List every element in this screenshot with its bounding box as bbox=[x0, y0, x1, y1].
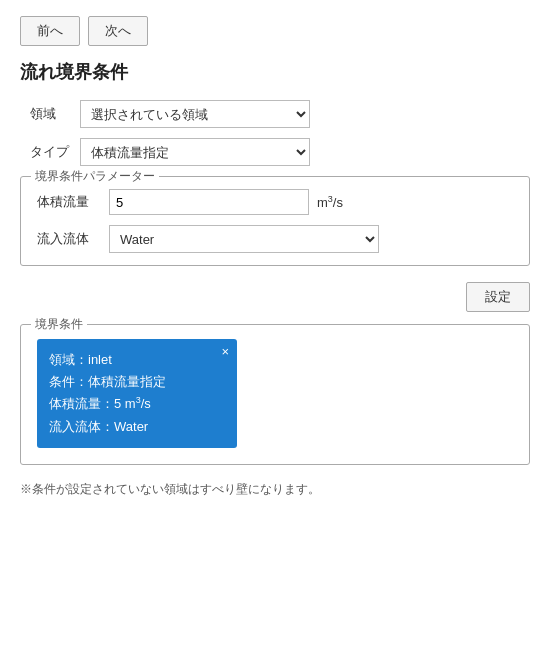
boundary-group: 境界条件 × 領域：inlet 条件：体積流量指定 体積流量：5 m3/s 流入… bbox=[20, 324, 530, 465]
next-button[interactable]: 次へ bbox=[88, 16, 148, 46]
card-volume: 体積流量：5 m3/s bbox=[49, 393, 225, 415]
card-close-button[interactable]: × bbox=[221, 345, 229, 358]
volume-flow-input[interactable] bbox=[109, 189, 309, 215]
region-select[interactable]: 選択されている領域 bbox=[80, 100, 310, 128]
page-title: 流れ境界条件 bbox=[20, 60, 530, 84]
params-group: 境界条件パラメーター 体積流量 m3/s 流入流体 Water bbox=[20, 176, 530, 266]
type-select[interactable]: 体積流量指定 bbox=[80, 138, 310, 166]
card-condition: 条件：体積流量指定 bbox=[49, 371, 225, 393]
boundary-legend: 境界条件 bbox=[31, 316, 87, 333]
volume-flow-unit: m3/s bbox=[317, 194, 343, 210]
params-legend: 境界条件パラメーター bbox=[31, 168, 159, 185]
volume-flow-row: 体積流量 m3/s bbox=[37, 189, 513, 215]
volume-flow-label: 体積流量 bbox=[37, 193, 109, 211]
nav-buttons: 前へ 次へ bbox=[20, 16, 530, 46]
footnote: ※条件が設定されていない領域はすべり壁になります。 bbox=[20, 481, 530, 498]
inflow-fluid-select[interactable]: Water bbox=[109, 225, 379, 253]
type-row: タイプ 体積流量指定 bbox=[20, 138, 530, 166]
action-row: 設定 bbox=[20, 282, 530, 312]
prev-button[interactable]: 前へ bbox=[20, 16, 80, 46]
card-fluid: 流入流体：Water bbox=[49, 416, 225, 438]
region-row: 領域 選択されている領域 bbox=[20, 100, 530, 128]
set-button[interactable]: 設定 bbox=[466, 282, 530, 312]
card-region: 領域：inlet bbox=[49, 349, 225, 371]
region-label: 領域 bbox=[30, 105, 80, 123]
type-label: タイプ bbox=[30, 143, 80, 161]
condition-card: × 領域：inlet 条件：体積流量指定 体積流量：5 m3/s 流入流体：Wa… bbox=[37, 339, 237, 448]
inflow-fluid-label: 流入流体 bbox=[37, 230, 109, 248]
inflow-fluid-row: 流入流体 Water bbox=[37, 225, 513, 253]
